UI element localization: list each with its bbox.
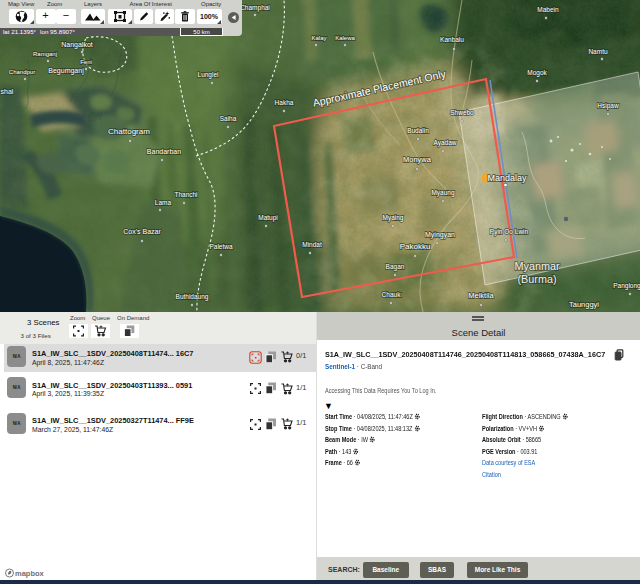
svg-text:Buthidaung: Buthidaung (176, 293, 209, 301)
svg-text:Matupi: Matupi (258, 214, 278, 222)
svg-text:Myaung: Myaung (431, 189, 455, 197)
svg-text:Mandalay: Mandalay (487, 173, 527, 183)
svg-text:Kalewa: Kalewa (335, 35, 355, 41)
svg-text:Saiha: Saiha (220, 115, 237, 122)
svg-text:Paletwa: Paletwa (209, 243, 233, 250)
svg-text:Kanbalu: Kanbalu (440, 36, 464, 43)
svg-text:Cox's Bazar: Cox's Bazar (123, 228, 161, 235)
svg-text:Ayadaw: Ayadaw (433, 139, 456, 147)
svg-text:Namtu: Namtu (588, 48, 608, 55)
svg-text:Taunggyi: Taunggyi (569, 300, 599, 309)
svg-text:Chattogram: Chattogram (108, 127, 150, 136)
svg-text:Pakokku: Pakokku (400, 242, 431, 251)
svg-text:Mabein: Mabein (537, 6, 559, 13)
svg-text:Lunglei: Lunglei (198, 71, 219, 79)
svg-text:Pyin Oo Lwin: Pyin Oo Lwin (490, 228, 529, 236)
svg-text:Kalay: Kalay (311, 35, 326, 41)
svg-text:Begumganj: Begumganj (48, 67, 84, 75)
svg-text:Ramganj: Ramganj (33, 51, 57, 57)
svg-text:Meiktila: Meiktila (468, 291, 494, 300)
svg-text:Feni: Feni (80, 59, 92, 65)
svg-text:Mindat: Mindat (302, 241, 322, 248)
svg-text:Panglong: Panglong (613, 282, 640, 290)
svg-text:Thanchi: Thanchi (174, 191, 197, 198)
svg-text:Chauk: Chauk (382, 291, 402, 298)
svg-text:Hsipaw: Hsipaw (597, 102, 619, 110)
svg-text:Budalin: Budalin (407, 127, 429, 134)
svg-text:mapbox: mapbox (15, 569, 45, 578)
svg-text:shal: shal (1, 88, 14, 95)
svg-text:(Burma): (Burma) (518, 273, 557, 285)
svg-text:Lama: Lama (155, 199, 172, 206)
svg-text:Monywa: Monywa (403, 155, 432, 164)
svg-text:Myingyan: Myingyan (425, 231, 455, 239)
svg-text:Hakha: Hakha (275, 99, 294, 106)
svg-text:Myaing: Myaing (383, 214, 404, 222)
svg-text:Myanmar: Myanmar (515, 260, 560, 272)
svg-text:Champhai: Champhai (240, 4, 270, 12)
svg-text:Shwebo: Shwebo (450, 109, 474, 116)
svg-text:Chandpur: Chandpur (9, 69, 35, 75)
svg-text:Mogok: Mogok (527, 69, 547, 77)
svg-text:Bagan: Bagan (386, 263, 405, 271)
svg-text:Bandarban: Bandarban (147, 148, 181, 155)
svg-text:Nangalkot: Nangalkot (61, 41, 93, 49)
